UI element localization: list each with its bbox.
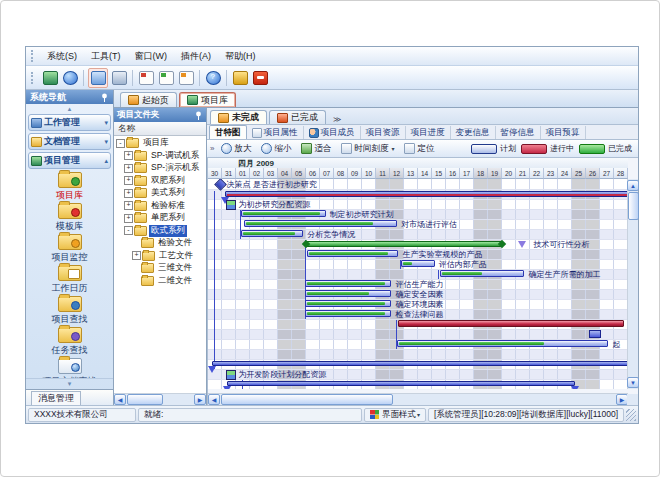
scroll-down-icon[interactable]: ▼ — [627, 377, 639, 388]
tree-item[interactable]: +美式系列 — [114, 187, 206, 200]
tree-item[interactable]: +工艺文件 — [114, 250, 206, 263]
mini-milestone-bar[interactable] — [589, 330, 601, 338]
doc-tab[interactable]: 项目库 — [179, 92, 236, 107]
resource-task-icon[interactable] — [226, 200, 236, 210]
tree-item[interactable]: +单肥系列 — [114, 212, 206, 225]
collapse-icon[interactable]: - — [124, 226, 133, 235]
sidebar-item[interactable]: 项目查找 — [26, 296, 113, 326]
sidebar-item[interactable]: 工作日历 — [26, 265, 113, 295]
folder-open-icon[interactable] — [88, 68, 108, 88]
view-tab[interactable]: 甘特图 — [209, 125, 247, 139]
toolbar-grip[interactable] — [31, 72, 37, 84]
status-tab[interactable]: 已完成 — [269, 110, 326, 124]
task-bar[interactable] — [241, 230, 303, 237]
task-bar[interactable] — [305, 290, 392, 297]
gantt-vertical-scrollbar[interactable]: ▲ ▼ — [627, 179, 638, 389]
tree-item[interactable]: +SP-演示机系 — [114, 162, 206, 175]
sidebar-item[interactable]: 模板库 — [26, 203, 113, 233]
tree-item[interactable]: 检验文件 — [114, 237, 206, 250]
sidebar-group[interactable]: 文档管理▾ — [28, 133, 111, 150]
tree-item[interactable]: -项目库 — [114, 137, 206, 150]
expand-icon[interactable]: + — [132, 251, 141, 260]
menu-item[interactable]: 插件(A) — [174, 49, 218, 63]
expand-icon[interactable]: + — [124, 201, 133, 210]
view-tab[interactable]: 项目资源 — [361, 126, 406, 139]
status-tab[interactable]: 未完成 — [210, 110, 267, 124]
calendar-red-icon[interactable] — [137, 69, 155, 87]
task-bar[interactable] — [244, 220, 397, 227]
summary-bar[interactable] — [227, 381, 575, 386]
gantt-tool-button[interactable]: 适合 — [297, 142, 335, 156]
task-bar[interactable] — [307, 250, 398, 257]
ui-style-button[interactable]: 界面样式 ▾ — [364, 408, 426, 422]
sidebar-item[interactable]: 项目文档查找 — [26, 358, 113, 378]
tree-item[interactable]: +双肥系列 — [114, 175, 206, 188]
task-bar[interactable] — [401, 260, 435, 267]
expand-icon[interactable]: + — [124, 164, 133, 173]
scroll-right-icon[interactable]: ▶ — [194, 394, 206, 405]
view-tab[interactable]: 项目成员 — [304, 126, 361, 139]
summary-bar[interactable] — [212, 361, 628, 366]
sidebar-group[interactable]: 工作管理▾ — [28, 114, 111, 131]
globe-icon[interactable] — [61, 69, 79, 87]
tree-horizontal-scrollbar[interactable]: ◀ ▶ — [114, 393, 206, 405]
gantt-tool-button[interactable]: 缩小 — [257, 142, 295, 156]
task-bar[interactable] — [305, 280, 392, 287]
gantt-tool-dropdown[interactable]: 时间刻度▾ — [337, 142, 398, 156]
expand-icon[interactable]: + — [124, 151, 133, 160]
tree-item[interactable]: 二维文件 — [114, 275, 206, 288]
expand-icon[interactable]: + — [124, 189, 133, 198]
menu-item[interactable]: 窗口(W) — [128, 49, 175, 63]
resource-task-icon[interactable] — [226, 370, 236, 380]
pin-icon[interactable] — [194, 111, 203, 120]
menu-item[interactable]: 系统(S) — [40, 49, 84, 63]
summary-bar[interactable] — [225, 191, 628, 197]
expand-icon[interactable]: + — [124, 176, 133, 185]
calendar-green-icon[interactable] — [157, 69, 175, 87]
menu-item[interactable]: 帮助(H) — [218, 49, 263, 63]
menubar-grip[interactable] — [31, 50, 37, 62]
sidebar-scroll-down[interactable] — [26, 378, 113, 389]
scroll-up-icon[interactable]: ▲ — [627, 180, 639, 191]
pin-icon[interactable] — [100, 93, 109, 102]
task-bar[interactable] — [440, 270, 524, 277]
help-icon[interactable] — [204, 69, 222, 87]
expand-icon[interactable]: + — [124, 214, 133, 223]
tree-item[interactable]: +检验标准 — [114, 200, 206, 213]
gantt-horizontal-scrollbar[interactable]: ◀ ▶ — [208, 393, 628, 405]
folder-icon[interactable] — [110, 69, 128, 87]
tree-item[interactable]: -欧式系列 — [114, 225, 206, 238]
scroll-left-icon[interactable]: ◀ — [114, 394, 126, 405]
task-bar[interactable] — [397, 340, 608, 347]
gantt-tool-button[interactable]: 定位 — [400, 142, 438, 156]
view-tab[interactable]: 项目进度 — [406, 126, 451, 139]
tree-item[interactable]: +SP-调试机系 — [114, 150, 206, 163]
sidebar-group[interactable]: 项目管理▴ — [28, 152, 111, 169]
view-tab[interactable]: 变更信息 — [451, 126, 496, 139]
collapse-icon[interactable]: - — [116, 139, 125, 148]
sidebar-item[interactable]: 项目库 — [26, 172, 113, 202]
task-bar[interactable] — [305, 310, 392, 317]
view-tab[interactable]: 项目预算 — [541, 126, 586, 139]
toolbar-overflow-chevron[interactable]: » — [210, 144, 214, 153]
view-tab[interactable]: 项目属性 — [247, 126, 304, 139]
chevron-down-icon[interactable]: ▾ — [104, 119, 108, 127]
stop-icon[interactable] — [251, 69, 269, 87]
tab-overflow-button[interactable]: ≫ — [330, 115, 344, 124]
tree-column-header[interactable]: 名称 — [114, 122, 206, 136]
doc-tab[interactable]: 起始页 — [120, 92, 177, 107]
gantt-tool-button[interactable]: 放大 — [217, 142, 255, 156]
scroll-left-icon[interactable]: ◀ — [208, 394, 220, 405]
gantt-hscroll-thumb[interactable] — [221, 394, 393, 405]
message-manager-tab[interactable]: 消息管理 — [31, 391, 81, 405]
lock-icon[interactable] — [231, 69, 249, 87]
sidebar-item[interactable]: 项目监控 — [26, 234, 113, 264]
tree-item[interactable]: 三维文件 — [114, 262, 206, 275]
summary-done-bar[interactable] — [306, 241, 502, 247]
tree-scroll-thumb[interactable] — [127, 394, 163, 405]
menu-item[interactable]: 工具(T) — [84, 49, 128, 63]
task-bar[interactable] — [305, 300, 392, 307]
chevron-up-icon[interactable]: ▴ — [104, 157, 108, 165]
resize-grip[interactable] — [626, 409, 636, 421]
task-bar[interactable] — [398, 320, 623, 327]
